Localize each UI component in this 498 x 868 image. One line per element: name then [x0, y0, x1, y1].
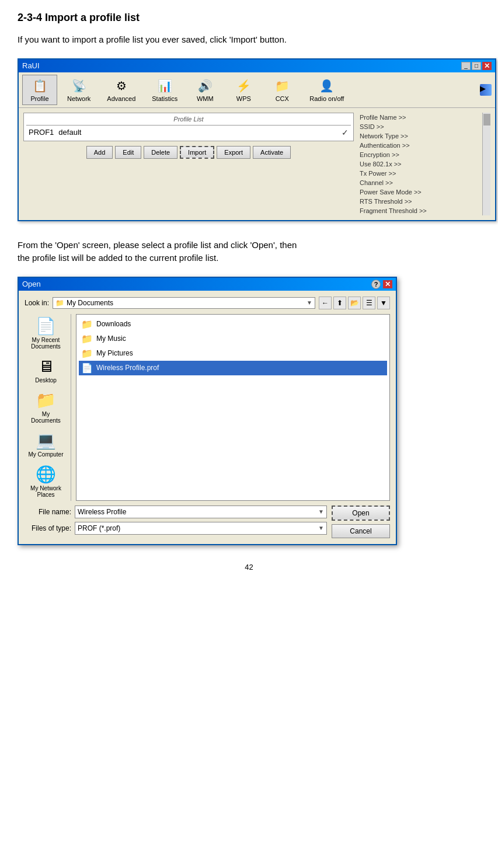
minimize-button[interactable]: _	[461, 62, 471, 70]
view-button[interactable]: ☰	[363, 297, 375, 309]
open-dialog-body: Look in: 📁 My Documents ▼ ← ⬆ 📂 ☰ ▼	[19, 291, 396, 544]
file-name-input[interactable]: Wireless Profile ▼	[75, 506, 327, 518]
toolbar-profile-label: Profile	[30, 95, 48, 102]
profile-info-section: Profile Name >> SSID >> Network Type >> …	[360, 113, 476, 215]
close-button[interactable]: ✕	[482, 62, 492, 70]
delete-button[interactable]: Delete	[144, 146, 177, 159]
open-dialog: Open ? ✕ Look in: 📁 My Documents ▼ ← ⬆ 📂…	[18, 277, 397, 545]
create-folder-button[interactable]: 📂	[348, 297, 361, 309]
info-ssid: SSID >>	[360, 122, 476, 131]
profile-row[interactable]: PROF1 default ✓	[26, 127, 351, 138]
my-network-icon: 🌐	[36, 465, 56, 484]
toolbar-wmm-label: WMM	[197, 95, 214, 102]
my-computer-icon: 💻	[36, 431, 56, 450]
network-icon: 📡	[69, 78, 88, 94]
bottom-left: File name: Wireless Profile ▼ Files of t…	[25, 506, 327, 538]
file-my-music[interactable]: 📁 My Music	[79, 332, 387, 346]
maximize-button[interactable]: □	[472, 62, 481, 70]
toolbar-wmm[interactable]: 🔊 WMM	[187, 75, 222, 105]
toolbar-radio-label: Radio on/off	[309, 95, 344, 102]
files-of-type-dropdown-arrow: ▼	[318, 525, 324, 531]
info-profile-name: Profile Name >>	[360, 113, 476, 122]
look-in-label: Look in:	[25, 299, 49, 307]
look-in-icons: ← ⬆ 📂 ☰ ▼	[319, 297, 390, 309]
cancel-file-button[interactable]: Cancel	[332, 524, 390, 538]
bottom-fields: File name: Wireless Profile ▼ Files of t…	[25, 506, 390, 538]
look-in-value: My Documents	[67, 299, 113, 307]
toolbar-advanced[interactable]: ⚙ Advanced	[100, 75, 142, 105]
profile-id: PROF1	[29, 128, 54, 137]
info-authentication: Authentication >>	[360, 141, 476, 150]
edit-button[interactable]: Edit	[115, 146, 141, 159]
file-my-pictures-label: My Pictures	[96, 349, 133, 357]
info-power-save: Power Save Mode >>	[360, 187, 476, 197]
info-channel: Channel >>	[360, 178, 476, 187]
wmm-icon: 🔊	[196, 78, 214, 94]
nav-my-documents-label: My Documents	[28, 411, 64, 424]
profile-icon: 📋	[30, 78, 49, 94]
nav-my-computer[interactable]: 💻 My Computer	[26, 428, 67, 460]
view-options-button[interactable]: ▼	[377, 297, 390, 309]
toolbar-wps-label: WPS	[236, 95, 251, 102]
profile-name: default	[58, 128, 81, 137]
look-in-dropdown[interactable]: 📁 My Documents ▼	[53, 297, 315, 309]
raui-window: RaUI _ □ ✕ 📋 Profile 📡 Network ⚙ Advance…	[18, 58, 496, 221]
raui-body: Profile List PROF1 default ✓ Add Edit De…	[19, 108, 495, 220]
activate-button[interactable]: Activate	[253, 146, 291, 159]
file-wireless-profile-icon: 📄	[81, 362, 93, 374]
description-paragraph: From the 'Open' screen, please select a …	[18, 239, 480, 265]
toolbar-network[interactable]: 📡 Network	[61, 75, 97, 105]
look-in-dropdown-arrow: ▼	[307, 299, 312, 306]
scrollbar[interactable]	[482, 113, 490, 215]
statistics-icon: 📊	[155, 78, 174, 94]
open-dialog-title: Open	[22, 280, 41, 288]
file-my-pictures[interactable]: 📁 My Pictures	[79, 346, 387, 361]
raui-toolbar: 📋 Profile 📡 Network ⚙ Advanced 📊 Statist…	[19, 72, 495, 108]
intro-paragraph: If you want to import a profile list you…	[18, 33, 480, 47]
import-button[interactable]: Import	[180, 146, 214, 159]
up-button[interactable]: ⬆	[333, 297, 346, 309]
look-in-row: Look in: 📁 My Documents ▼ ← ⬆ 📂 ☰ ▼	[25, 297, 390, 309]
add-button[interactable]: Add	[86, 146, 113, 159]
open-dialog-close-button[interactable]: ✕	[383, 280, 392, 288]
nav-desktop[interactable]: 🖥 Desktop	[26, 354, 67, 386]
toolbar-wps[interactable]: ⚡ WPS	[226, 75, 261, 105]
open-file-button[interactable]: Open	[332, 506, 390, 521]
nav-desktop-label: Desktop	[35, 377, 57, 384]
open-dialog-titlebar: Open ? ✕	[19, 278, 396, 291]
back-button[interactable]: ←	[319, 297, 332, 309]
arrow-right-button[interactable]: ▶	[480, 84, 492, 96]
export-button[interactable]: Export	[217, 146, 250, 159]
nav-my-computer-label: My Computer	[28, 451, 63, 458]
file-wireless-profile[interactable]: 📄 Wireless Profile.prof	[79, 361, 387, 375]
open-main-area: 📄 My Recent Documents 🖥 Desktop 📁 My Doc…	[25, 314, 390, 501]
nav-my-documents[interactable]: 📁 My Documents	[26, 388, 67, 426]
files-of-type-input[interactable]: PROF (*.prof) ▼	[75, 522, 327, 535]
profile-list-section: Profile List PROF1 default ✓	[23, 113, 354, 141]
info-tx-power: Tx Power >>	[360, 169, 476, 178]
folder-mymusic-icon: 📁	[81, 333, 93, 344]
nav-my-network-label: My Network Places	[28, 485, 64, 498]
nav-my-network[interactable]: 🌐 My Network Places	[26, 462, 67, 500]
file-downloads-label: Downloads	[96, 320, 131, 328]
raui-title: RaUI	[22, 61, 40, 70]
info-encryption: Encryption >>	[360, 150, 476, 159]
help-button[interactable]: ?	[371, 280, 381, 289]
recent-docs-icon: 📄	[36, 316, 56, 336]
raui-titlebar-buttons: _ □ ✕	[461, 62, 492, 70]
files-of-type-row: Files of type: PROF (*.prof) ▼	[25, 522, 327, 535]
file-my-music-label: My Music	[96, 334, 126, 343]
nav-recent-docs[interactable]: 📄 My Recent Documents	[26, 314, 67, 352]
folder-downloads-icon: 📁	[81, 319, 93, 330]
desktop-icon: 🖥	[38, 357, 54, 376]
toolbar-profile[interactable]: 📋 Profile	[22, 75, 57, 105]
page-heading: 2-3-4 Import a profile list	[18, 12, 480, 24]
folder-icon: 📁	[55, 299, 64, 307]
toolbar-statistics[interactable]: 📊 Statistics	[145, 75, 184, 105]
file-downloads[interactable]: 📁 Downloads	[79, 317, 387, 332]
toolbar-ccx[interactable]: 📁 CCX	[264, 75, 300, 105]
toolbar-radio[interactable]: 👤 Radio on/off	[303, 75, 350, 105]
info-fragment: Fragment Threshold >>	[360, 206, 476, 215]
folder-mypictures-icon: 📁	[81, 348, 93, 359]
file-name-row: File name: Wireless Profile ▼	[25, 506, 327, 518]
